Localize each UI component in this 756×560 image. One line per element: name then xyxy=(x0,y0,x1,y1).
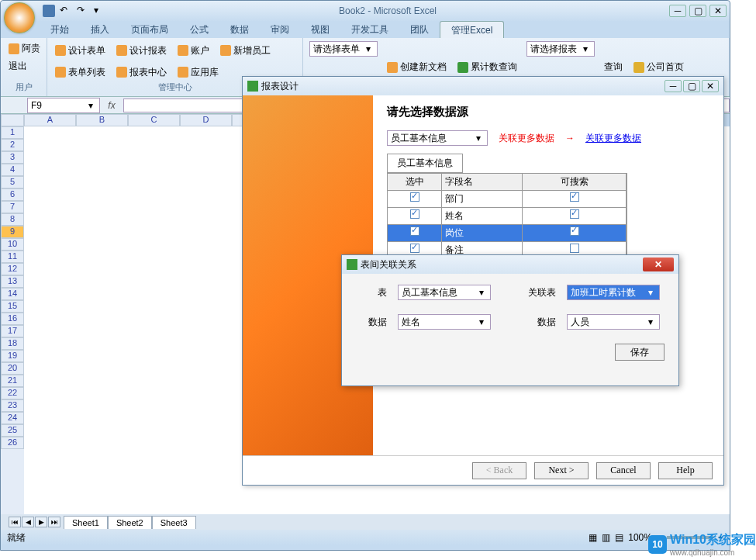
form-select-combo[interactable]: 请选择表单▾ xyxy=(309,41,378,57)
dlg-minimize-icon[interactable]: ─ xyxy=(665,80,682,92)
tab-manage-excel[interactable]: 管理Excel xyxy=(440,21,504,38)
sheet-nav-prev[interactable]: ◀ xyxy=(22,517,34,527)
checkbox[interactable] xyxy=(570,244,579,253)
checkbox[interactable] xyxy=(410,209,419,219)
row-header[interactable]: 5 xyxy=(1,176,24,188)
col-header[interactable]: C xyxy=(128,114,180,126)
data1-combo[interactable]: 姓名▾ xyxy=(398,314,491,330)
table-row[interactable]: 部门 xyxy=(388,191,627,208)
maximize-icon[interactable]: ▢ xyxy=(689,5,706,17)
user-btn[interactable]: 阿贵 xyxy=(7,41,42,56)
row-header[interactable]: 15 xyxy=(1,300,24,313)
checkbox[interactable] xyxy=(570,209,579,219)
sheet-tab-3[interactable]: Sheet3 xyxy=(152,516,196,529)
row-header[interactable]: 17 xyxy=(1,325,24,337)
save-icon[interactable] xyxy=(43,5,55,17)
row-header[interactable]: 18 xyxy=(1,337,24,350)
data2-combo[interactable]: 人员▾ xyxy=(567,314,660,330)
office-button[interactable] xyxy=(4,2,35,33)
checkbox[interactable] xyxy=(410,192,419,202)
name-box[interactable]: F9▾ xyxy=(27,98,100,113)
row-header[interactable]: 24 xyxy=(1,412,24,424)
design-form-btn[interactable]: 设计表单 xyxy=(54,41,107,60)
design-report-btn[interactable]: 设计报表 xyxy=(115,41,168,60)
undo-icon[interactable]: ↶ xyxy=(60,5,72,17)
dlg-close-icon[interactable]: ✕ xyxy=(702,80,719,92)
sheet-nav-first[interactable]: ⏮ xyxy=(9,517,21,527)
view-layout-icon[interactable]: ▥ xyxy=(602,532,610,543)
sheet-nav-last[interactable]: ⏭ xyxy=(48,517,60,527)
qat-dropdown-icon[interactable]: ▾ xyxy=(94,5,106,17)
source-tab[interactable]: 员工基本信息 xyxy=(387,154,463,173)
add-employee-btn[interactable]: 新增员工 xyxy=(219,41,272,60)
row-header[interactable]: 9 xyxy=(1,226,24,238)
minimize-icon[interactable]: ─ xyxy=(669,5,686,17)
tab-view[interactable]: 视图 xyxy=(300,21,340,38)
exit-btn[interactable]: 退出 xyxy=(7,59,42,74)
back-button[interactable]: < Back xyxy=(472,462,526,479)
report-select-combo[interactable]: 请选择报表▾ xyxy=(526,41,595,57)
tab-home[interactable]: 开始 xyxy=(40,21,80,38)
row-header[interactable]: 14 xyxy=(1,288,24,300)
sheet-nav-next[interactable]: ▶ xyxy=(35,517,47,527)
close-icon[interactable]: ✕ xyxy=(709,5,727,17)
row-header[interactable]: 25 xyxy=(1,424,24,437)
select-all-corner[interactable] xyxy=(1,114,24,126)
row-header[interactable]: 13 xyxy=(1,275,24,288)
row-header[interactable]: 10 xyxy=(1,238,24,251)
row-header[interactable]: 22 xyxy=(1,387,24,399)
tab-team[interactable]: 团队 xyxy=(399,21,440,38)
account-btn[interactable]: 账户 xyxy=(176,41,211,60)
row-header[interactable]: 21 xyxy=(1,375,24,387)
row-header[interactable]: 23 xyxy=(1,399,24,412)
tab-review[interactable]: 审阅 xyxy=(260,21,300,38)
table-combo[interactable]: 员工基本信息▾ xyxy=(398,285,491,300)
tab-layout[interactable]: 页面布局 xyxy=(120,21,179,38)
form-list-btn[interactable]: 表单列表 xyxy=(54,63,107,81)
row-header[interactable]: 1 xyxy=(1,126,24,139)
next-button[interactable]: Next > xyxy=(534,462,589,479)
sheet-tab-1[interactable]: Sheet1 xyxy=(64,516,108,529)
app-lib-btn[interactable]: 应用库 xyxy=(176,63,220,81)
dlg-maximize-icon[interactable]: ▢ xyxy=(683,80,700,92)
row-header[interactable]: 8 xyxy=(1,213,24,226)
row-header[interactable]: 4 xyxy=(1,164,24,176)
checkbox[interactable] xyxy=(410,226,419,236)
fx-label[interactable]: fx xyxy=(100,100,123,111)
col-header[interactable]: A xyxy=(24,114,76,126)
tab-formula[interactable]: 公式 xyxy=(179,21,219,38)
help-button[interactable]: Help xyxy=(658,462,713,479)
report-center-btn[interactable]: 报表中心 xyxy=(115,63,168,81)
row-header[interactable]: 7 xyxy=(1,201,24,213)
row-header[interactable]: 6 xyxy=(1,188,24,201)
row-header[interactable]: 2 xyxy=(1,139,24,151)
related-table-combo[interactable]: 加班工时累计数▾ xyxy=(567,285,660,300)
redo-icon[interactable]: ↷ xyxy=(77,5,89,17)
row-header[interactable]: 20 xyxy=(1,362,24,375)
view-normal-icon[interactable]: ▦ xyxy=(589,532,597,543)
col-header[interactable]: D xyxy=(180,114,232,126)
sheet-tab-2[interactable]: Sheet2 xyxy=(108,516,152,529)
link-more-data[interactable]: 关联更多数据 xyxy=(585,132,641,145)
tab-data[interactable]: 数据 xyxy=(219,21,260,38)
view-break-icon[interactable]: ▤ xyxy=(615,532,623,543)
field-name-cell: 姓名 xyxy=(442,208,523,225)
row-header[interactable]: 16 xyxy=(1,313,24,325)
checkbox[interactable] xyxy=(410,244,419,253)
row-header[interactable]: 26 xyxy=(1,437,24,449)
checkbox[interactable] xyxy=(570,226,579,236)
row-header[interactable]: 19 xyxy=(1,350,24,362)
row-header[interactable]: 11 xyxy=(1,251,24,263)
save-button[interactable]: 保存 xyxy=(615,344,665,361)
row-header[interactable]: 3 xyxy=(1,151,24,164)
table-row[interactable]: 姓名 xyxy=(388,208,627,225)
tab-dev[interactable]: 开发工具 xyxy=(340,21,399,38)
datasource-combo[interactable]: 员工基本信息▾ xyxy=(387,130,488,146)
dlg2-close-button[interactable]: ✕ xyxy=(643,258,674,271)
table-row[interactable]: 岗位 xyxy=(388,225,627,242)
row-header[interactable]: 12 xyxy=(1,263,24,275)
checkbox[interactable] xyxy=(570,192,579,202)
tab-insert[interactable]: 插入 xyxy=(80,21,120,38)
cancel-button[interactable]: Cancel xyxy=(596,462,651,479)
col-header[interactable]: B xyxy=(76,114,128,126)
